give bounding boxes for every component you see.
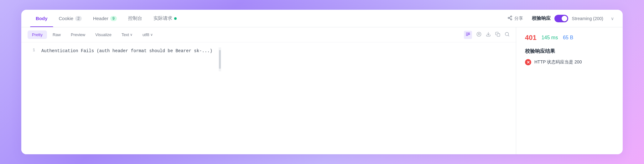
response-size: 65 B <box>563 35 573 41</box>
sub-tab-raw[interactable]: Raw <box>48 30 65 39</box>
status-row: 401 145 ms 65 B <box>525 34 614 42</box>
sub-tab-pretty[interactable]: Pretty <box>28 30 47 39</box>
format-dropdown[interactable]: Text ∨ <box>117 30 137 39</box>
scroll-indicator[interactable] <box>219 47 221 71</box>
tab-cookie[interactable]: Cookie 2 <box>53 10 87 27</box>
word-wrap-icon[interactable] <box>464 31 472 39</box>
validate-result-text-0: HTTP 状态码应当是 200 <box>534 59 582 65</box>
encoding-dropdown-label: utf8 <box>143 32 149 37</box>
left-panel: Pretty Raw Preview Visualize Text ∨ utf8… <box>21 27 516 154</box>
tab-header[interactable]: Header 9 <box>87 10 122 27</box>
response-time: 145 ms <box>542 35 558 41</box>
tab-console-label: 控制台 <box>128 15 142 21</box>
sub-tab-preview[interactable]: Preview <box>66 30 90 39</box>
format-dropdown-label: Text <box>122 32 129 37</box>
main-content: Pretty Raw Preview Visualize Text ∨ utf8… <box>21 27 623 154</box>
sub-tab-visualize[interactable]: Visualize <box>91 30 116 39</box>
download-icon[interactable] <box>486 32 491 38</box>
share-button[interactable]: 分享 <box>507 15 523 22</box>
tab-console[interactable]: 控制台 <box>122 10 148 27</box>
tab-actual-request-label: 实际请求 <box>153 15 172 21</box>
validate-result-title: 校验响应结果 <box>525 48 614 55</box>
svg-line-13 <box>508 35 509 36</box>
tab-cookie-label: Cookie <box>59 16 74 21</box>
dot-indicator <box>174 17 177 20</box>
validate-section: 校验响应 Streaming (200) ∨ <box>532 15 614 22</box>
validate-result-item-0: ✕ HTTP 状态码应当是 200 <box>525 59 614 65</box>
encoding-dropdown-arrow: ∨ <box>150 33 153 37</box>
tab-bar: Body Cookie 2 Header 9 控制台 实际请求 <box>21 10 623 27</box>
svg-line-3 <box>509 18 511 19</box>
svg-rect-11 <box>497 34 500 36</box>
scroll-thumb <box>219 50 221 69</box>
code-area: 1 Authentication Fails (auth header form… <box>21 42 516 154</box>
tab-actual-request[interactable]: 实际请求 <box>148 10 182 27</box>
tab-body-label: Body <box>36 16 48 21</box>
search-icon[interactable] <box>505 32 510 38</box>
line-number-1: 1 <box>29 47 35 52</box>
right-panel: 401 145 ms 65 B 校验响应结果 ✕ HTTP 状态码应当是 200 <box>516 27 623 154</box>
validate-label: 校验响应 <box>532 15 551 21</box>
svg-line-4 <box>509 17 511 18</box>
main-container: Body Cookie 2 Header 9 控制台 实际请求 <box>21 10 623 154</box>
header-badge: 9 <box>110 16 117 21</box>
validate-toggle[interactable] <box>554 15 568 22</box>
encoding-dropdown[interactable]: utf8 ∨ <box>138 30 157 39</box>
share-icon <box>507 15 512 22</box>
streaming-dropdown-arrow[interactable]: ∨ <box>611 16 614 21</box>
code-line-1: Authentication Fails (auth header format… <box>41 47 212 54</box>
toolbar-icons <box>464 31 510 39</box>
format-dropdown-arrow: ∨ <box>130 33 132 37</box>
streaming-label: Streaming (200) <box>572 16 603 21</box>
tab-header-label: Header <box>93 16 108 21</box>
status-code: 401 <box>525 34 537 42</box>
share-label: 分享 <box>514 16 523 21</box>
sub-tab-bar: Pretty Raw Preview Visualize Text ∨ utf8… <box>21 27 516 42</box>
cookie-badge: 2 <box>75 16 82 21</box>
error-icon: ✕ <box>525 59 531 65</box>
upload-icon[interactable] <box>476 32 481 38</box>
tab-body[interactable]: Body <box>30 10 53 27</box>
copy-icon[interactable] <box>495 32 500 38</box>
